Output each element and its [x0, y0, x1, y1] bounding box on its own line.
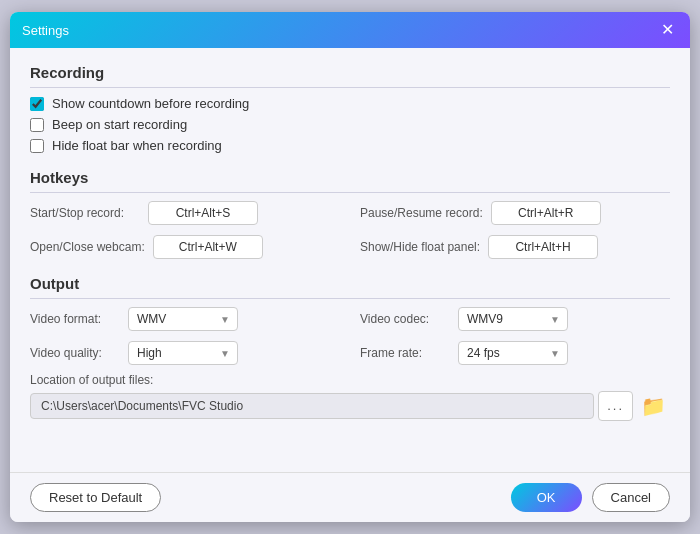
hotkey-input-start-stop[interactable]: [148, 201, 258, 225]
output-title: Output: [30, 275, 670, 299]
checkbox-beep-label[interactable]: Beep on start recording: [52, 117, 187, 132]
output-label-2: Video quality:: [30, 346, 120, 360]
output-row-0: Video format: WMV MP4 AVI MOV ▼: [30, 307, 340, 331]
footer-right: OK Cancel: [511, 483, 670, 512]
video-format-wrapper: WMV MP4 AVI MOV ▼: [128, 307, 238, 331]
footer: Reset to Default OK Cancel: [10, 472, 690, 522]
video-quality-wrapper: High Medium Low ▼: [128, 341, 238, 365]
hotkey-label-3: Show/Hide float panel:: [360, 240, 480, 254]
hotkeys-grid: Start/Stop record: Pause/Resume record: …: [30, 201, 670, 259]
output-row-1: Video codec: WMV9 H264 H265 ▼: [360, 307, 670, 331]
hotkey-label-0: Start/Stop record:: [30, 206, 140, 220]
title-bar: Settings ✕: [10, 12, 690, 48]
output-label-0: Video format:: [30, 312, 120, 326]
output-grid: Video format: WMV MP4 AVI MOV ▼ Video co…: [30, 307, 670, 365]
output-label-1: Video codec:: [360, 312, 450, 326]
folder-button[interactable]: 📁: [637, 392, 670, 420]
output-row-3: Frame rate: 24 fps 30 fps 60 fps ▼: [360, 341, 670, 365]
hotkey-row-3: Show/Hide float panel:: [360, 235, 670, 259]
video-codec-wrapper: WMV9 H264 H265 ▼: [458, 307, 568, 331]
hotkey-row-1: Pause/Resume record:: [360, 201, 670, 225]
location-label: Location of output files:: [30, 373, 670, 387]
frame-rate-wrapper: 24 fps 30 fps 60 fps ▼: [458, 341, 568, 365]
cancel-button[interactable]: Cancel: [592, 483, 670, 512]
hotkey-label-1: Pause/Resume record:: [360, 206, 483, 220]
hotkey-row-0: Start/Stop record:: [30, 201, 340, 225]
settings-content: Recording Show countdown before recordin…: [10, 48, 690, 472]
checkbox-row-1: Beep on start recording: [30, 117, 670, 132]
recording-section: Recording Show countdown before recordin…: [30, 64, 670, 153]
settings-dialog: Settings ✕ Recording Show countdown befo…: [10, 12, 690, 522]
hotkey-input-webcam[interactable]: [153, 235, 263, 259]
video-quality-select[interactable]: High Medium Low: [128, 341, 238, 365]
hotkeys-title: Hotkeys: [30, 169, 670, 193]
checkbox-countdown[interactable]: [30, 97, 44, 111]
checkbox-hide-float-label[interactable]: Hide float bar when recording: [52, 138, 222, 153]
output-label-3: Frame rate:: [360, 346, 450, 360]
checkbox-row-0: Show countdown before recording: [30, 96, 670, 111]
recording-title: Recording: [30, 64, 670, 88]
checkbox-countdown-label[interactable]: Show countdown before recording: [52, 96, 249, 111]
checkbox-hide-float[interactable]: [30, 139, 44, 153]
location-row: ... 📁: [30, 391, 670, 421]
close-button[interactable]: ✕: [657, 20, 678, 40]
dialog-title: Settings: [22, 23, 69, 38]
reset-button[interactable]: Reset to Default: [30, 483, 161, 512]
location-section: Location of output files: ... 📁: [30, 373, 670, 421]
checkbox-beep[interactable]: [30, 118, 44, 132]
hotkey-row-2: Open/Close webcam:: [30, 235, 340, 259]
frame-rate-select[interactable]: 24 fps 30 fps 60 fps: [458, 341, 568, 365]
checkbox-row-2: Hide float bar when recording: [30, 138, 670, 153]
browse-button[interactable]: ...: [598, 391, 633, 421]
output-section: Output Video format: WMV MP4 AVI MOV ▼: [30, 275, 670, 421]
video-codec-select[interactable]: WMV9 H264 H265: [458, 307, 568, 331]
location-input[interactable]: [30, 393, 594, 419]
hotkeys-section: Hotkeys Start/Stop record: Pause/Resume …: [30, 169, 670, 259]
ok-button[interactable]: OK: [511, 483, 582, 512]
hotkey-label-2: Open/Close webcam:: [30, 240, 145, 254]
hotkey-input-float-panel[interactable]: [488, 235, 598, 259]
hotkey-input-pause-resume[interactable]: [491, 201, 601, 225]
output-row-2: Video quality: High Medium Low ▼: [30, 341, 340, 365]
video-format-select[interactable]: WMV MP4 AVI MOV: [128, 307, 238, 331]
